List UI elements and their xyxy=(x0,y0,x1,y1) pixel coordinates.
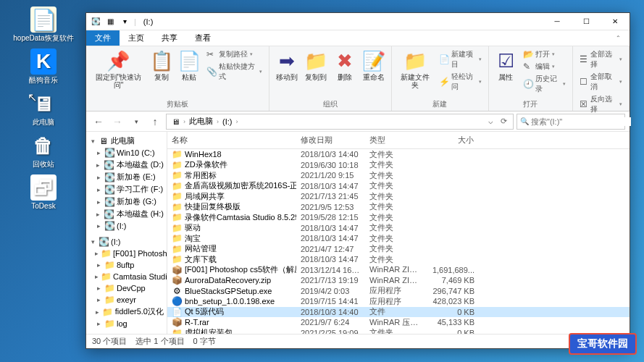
desktop-icon[interactable]: 🗗ToDesk xyxy=(4,172,83,214)
tree-node[interactable]: ▸📁[F001] Photosh xyxy=(86,248,167,259)
ribbon-small-button[interactable]: ☐全部取消 ▾ xyxy=(577,71,624,93)
ribbon-small-button[interactable]: 📄新建项目 ▾ xyxy=(437,49,484,70)
menu-item[interactable]: 文件 xyxy=(86,30,120,46)
nav-up-button[interactable]: ↑ xyxy=(147,114,163,130)
column-date[interactable]: 修改日期 xyxy=(296,132,365,148)
menu-item[interactable]: 共享 xyxy=(153,30,186,46)
breadcrumb-drive[interactable]: (I:) xyxy=(220,117,234,126)
chevron-right-icon: › xyxy=(183,118,185,125)
file-row[interactable]: 📁虚拟机安装包2021/2/25 19:09文件夹0 KB xyxy=(167,328,630,334)
ribbon-button[interactable]: 📝重命名 xyxy=(361,49,387,83)
qat-open-icon[interactable]: ▾ xyxy=(120,17,130,27)
file-icon: 📁 xyxy=(172,223,182,233)
nav-recent-button[interactable]: ▾ xyxy=(128,114,144,130)
file-row[interactable]: 📁快捷回复终极版2021/9/5 12:53文件夹 xyxy=(167,202,630,213)
ribbon-button[interactable]: ☑属性 xyxy=(493,49,518,83)
breadcrumb-pc[interactable]: 此电脑 xyxy=(187,116,215,127)
desktop-icon[interactable]: 🗑回收站 xyxy=(4,130,83,172)
ribbon-button[interactable]: ✖删除 xyxy=(332,49,358,83)
file-row[interactable]: 📁ZD录像软件2019/6/30 10:18文件夹 xyxy=(167,160,630,171)
file-list-body[interactable]: 📁WinHex182018/10/3 14:40文件夹📁ZD录像软件2019/6… xyxy=(167,149,630,334)
tree-node[interactable]: ▸📁DevCpp xyxy=(86,282,167,294)
tree-node[interactable]: ▸💽学习工作 (F:) xyxy=(86,183,167,195)
file-row[interactable]: 📦AuroraDataRecovery.zip2021/7/13 19:19Wi… xyxy=(167,275,630,286)
column-type[interactable]: 类型 xyxy=(365,132,425,148)
breadcrumb-dropdown[interactable]: ⌵ xyxy=(485,117,496,126)
column-name[interactable]: 名称 xyxy=(167,132,296,148)
file-icon: 📁 xyxy=(172,212,182,222)
file-row[interactable]: 📁常用图标2021/1/20 9:15文件夹 xyxy=(167,170,630,181)
ribbon-small-button[interactable]: ✂复制路径 ▾ xyxy=(204,49,264,60)
file-row[interactable]: 📁文库下载2018/10/3 14:47文件夹 xyxy=(167,254,630,265)
tree-node[interactable]: ▸💽Win10 (C:) xyxy=(86,147,167,159)
tree-node[interactable]: ▸📁log xyxy=(86,318,167,329)
file-row[interactable]: 📦R-T.rar2021/9/7 6:24WinRAR 压缩文...45,133… xyxy=(167,317,630,328)
ribbon-small-button[interactable]: 📎粘贴快捷方式 ▾ xyxy=(204,61,264,83)
tree-node[interactable]: ▸💽新加卷 (E:) xyxy=(86,171,167,183)
ribbon-small-button[interactable]: ☰全部选择 ▾ xyxy=(577,49,624,70)
tree-node[interactable]: ▾💽(I:) xyxy=(86,236,167,248)
breadcrumb[interactable]: 🖥 › 此电脑 › (I:) › ⌵ ⟳ xyxy=(166,114,514,130)
file-icon: 📦 xyxy=(172,265,182,275)
file-row[interactable]: ⚙BlueStacksGPSetup.exe2019/4/2 0:03应用程序2… xyxy=(167,286,630,297)
ribbon-small-button[interactable]: ✎编辑 ▾ xyxy=(521,61,568,72)
qat-props-icon[interactable]: ▦ xyxy=(105,17,115,27)
file-row[interactable]: 📁局域网共享2021/7/13 21:45文件夹 xyxy=(167,191,630,202)
ribbon-small-button[interactable]: 📂打开 ▾ xyxy=(521,49,568,60)
file-row[interactable]: 📁驱动2018/10/3 14:47文件夹 xyxy=(167,223,630,234)
search-box[interactable]: 🔍 xyxy=(517,114,625,130)
file-row[interactable]: 📁金盾高级视频加密系统2016S-正阳教育...2018/10/3 14:47文… xyxy=(167,181,630,192)
tree-node[interactable]: ▸📁fiddler5.0汉化 xyxy=(86,306,167,318)
ribbon-small-button[interactable]: 🕘历史记录 ▾ xyxy=(521,73,568,95)
ribbon-collapse[interactable]: ⌃ xyxy=(606,30,630,46)
nav-back-button[interactable]: ← xyxy=(91,114,106,130)
file-icon: 🔵 xyxy=(172,296,182,306)
ribbon-button[interactable]: 📁复制到 xyxy=(303,49,329,83)
ribbon-button[interactable]: 📌固定到"快速访问" xyxy=(91,49,146,90)
chevron-right-icon: › xyxy=(217,118,219,125)
file-icon: ⚙ xyxy=(172,286,182,296)
tree-node[interactable]: ▸💽(I:) xyxy=(86,220,167,232)
nav-tree[interactable]: ▾🖥此电脑▸💽Win10 (C:)▸💽本地磁盘 (D:)▸💽新加卷 (E:)▸💽… xyxy=(86,132,167,334)
tree-node[interactable]: ▾🖥此电脑 xyxy=(86,135,167,147)
addressbar: ← → ▾ ↑ 🖥 › 此电脑 › (I:) › ⌵ ⟳ 🔍 xyxy=(86,111,630,132)
close-button[interactable]: ✕ xyxy=(601,14,630,30)
tree-node[interactable]: ▸📁exeyr xyxy=(86,294,167,306)
ribbon-button[interactable]: ➡移动到 xyxy=(274,49,300,83)
ribbon-button[interactable]: 📋复制 xyxy=(149,49,174,83)
refresh-icon[interactable]: ⟳ xyxy=(498,117,510,126)
column-size[interactable]: 大小 xyxy=(425,132,479,148)
desktop-icon[interactable]: K酷狗音乐 xyxy=(4,46,83,88)
file-icon: 📁 xyxy=(172,233,182,243)
ribbon-small-button[interactable]: ⚡轻松访问 ▾ xyxy=(437,71,484,93)
tree-node[interactable]: ▸📁8uftp xyxy=(86,259,167,271)
file-row[interactable]: 📁WinHex182018/10/3 14:40文件夹 xyxy=(167,149,630,160)
tree-node[interactable]: ▸💽本地磁盘 (D:) xyxy=(86,159,167,171)
tree-node[interactable]: ▸💽新加卷 (G:) xyxy=(86,195,167,208)
search-input[interactable] xyxy=(531,117,631,126)
file-icon: 📁 xyxy=(172,244,182,254)
nav-forward-button[interactable]: → xyxy=(109,114,125,130)
tree-node[interactable]: ▸💽本地磁盘 (H:) xyxy=(86,208,167,220)
ribbon-group: ☰全部选择 ▾☐全部取消 ▾☒反向选择 ▾选择 xyxy=(573,46,630,111)
file-row[interactable]: 📄Qt 5源代码2018/10/3 14:40文件0 KB xyxy=(167,307,630,318)
breadcrumb-pc-icon[interactable]: 🖥 xyxy=(170,117,182,126)
desktop-icon[interactable]: 📄hopeData恢复软件 xyxy=(4,4,83,46)
minimize-button[interactable]: ─ xyxy=(543,14,572,30)
menubar: 文件主页共享查看⌃ xyxy=(86,30,630,46)
menu-item[interactable]: 查看 xyxy=(186,30,219,46)
file-row[interactable]: 📁网站管理2021/4/7 12:47文件夹 xyxy=(167,244,630,255)
file-icon: 📄 xyxy=(172,307,182,317)
file-row[interactable]: 📁录像软件Camtasia Studio 8.5.2软件包...2019/5/2… xyxy=(167,212,630,223)
menu-item[interactable]: 主页 xyxy=(120,30,153,46)
maximize-button[interactable]: ☐ xyxy=(572,14,601,30)
tree-node[interactable]: ▸📁Camtasia Studi xyxy=(86,271,167,282)
ribbon-button[interactable]: 📄粘贴 xyxy=(177,49,201,83)
desktop-icon[interactable]: 🖥此电脑 xyxy=(4,88,83,130)
file-row[interactable]: 🔵bnb_setup_1.0.0.198.exe2019/7/15 14:41应… xyxy=(167,296,630,307)
ribbon-group: ☑属性📂打开 ▾✎编辑 ▾🕘历史记录 ▾打开 xyxy=(489,46,573,111)
file-row[interactable]: 📁淘宝2018/10/3 14:47文件夹 xyxy=(167,233,630,244)
ribbon-button[interactable]: 📁新建文件夹 xyxy=(396,49,434,90)
file-row[interactable]: 📦[F001] Photoshop cs5软件（解压后有...2013/12/1… xyxy=(167,265,630,276)
file-icon: 📁 xyxy=(172,202,182,212)
